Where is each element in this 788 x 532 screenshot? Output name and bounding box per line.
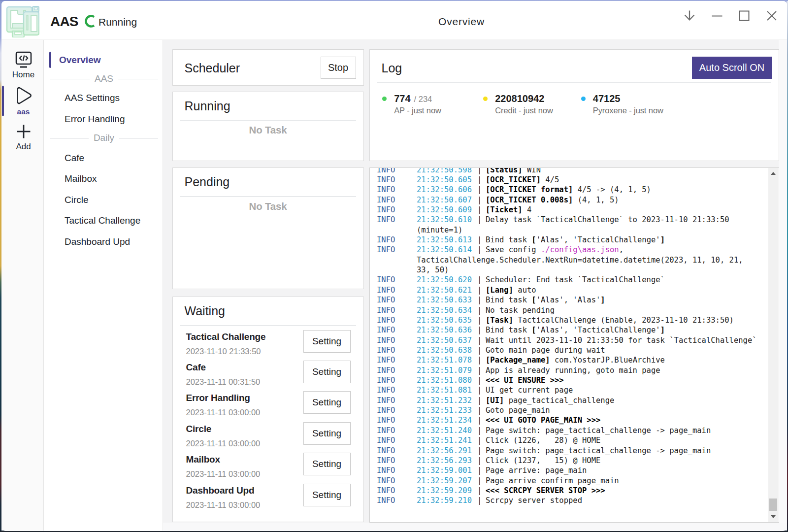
log-line: INFO21:32:50.609|[Ticket] 4 xyxy=(377,205,768,215)
running-spinner-icon xyxy=(85,15,98,28)
log-line: INFO21:32:56.293|Click (1237, 15) @ HOME xyxy=(377,456,768,466)
setting-button[interactable]: Setting xyxy=(303,422,351,445)
setting-button[interactable]: Setting xyxy=(303,453,351,475)
log-line: INFO21:32:56.291|Page switch: page_tacti… xyxy=(377,446,768,456)
log-card: Log Auto Scroll ON 774/ 234AP - just now… xyxy=(369,49,779,161)
waiting-item: Circle2023-11-11 03:00:00Setting xyxy=(173,424,363,454)
log-line: INFO21:32:59.207|Page arrive confirm pag… xyxy=(377,476,768,486)
log-panel[interactable]: INFO21:32:50.598|[Status] WININFO21:32:5… xyxy=(369,167,779,523)
log-line: INFO21:32:59.001|Page arrive: page_main xyxy=(377,466,768,475)
nav-item-circle[interactable]: Circle xyxy=(65,195,89,205)
log-line: INFO21:32:50.638|Goto main page during w… xyxy=(377,345,768,355)
pending-card: Pending No Task xyxy=(172,167,364,289)
stat-caption: Credit - just now xyxy=(495,106,553,115)
nav-active-indicator xyxy=(49,52,51,68)
sidebar-item-label: aas xyxy=(2,107,45,116)
code-monitor-icon xyxy=(15,51,33,69)
log-line: TacticalChallenge.Scheduler.NextRun=date… xyxy=(377,255,768,265)
sidebar-item-home[interactable]: Home xyxy=(2,51,45,80)
setting-button[interactable]: Setting xyxy=(303,484,351,506)
nav-item-error-handling[interactable]: Error Handling xyxy=(65,114,125,125)
waiting-task-time: 2023-11-11 00:31:50 xyxy=(186,377,261,387)
pending-card-title: Pending xyxy=(185,175,230,189)
log-line: INFO21:32:50.607|[OCR_TICKET 0.008s] (4,… xyxy=(377,195,768,205)
waiting-item: Dashboard Upd2023-11-11 03:00:00Setting xyxy=(173,485,363,516)
log-line: 33, 50) xyxy=(377,265,768,275)
log-line: INFO21:32:50.605|[OCR_TICKET] 4/5 xyxy=(377,175,768,185)
nav-section-divider: AAS xyxy=(50,74,158,84)
waiting-card: Waiting Tactical Challenge2023-11-10 21:… xyxy=(172,297,364,522)
waiting-task-time: 2023-11-10 21:33:50 xyxy=(186,347,261,356)
page-title: Overview xyxy=(412,16,511,28)
app-logo-icon xyxy=(4,3,39,37)
close-button[interactable] xyxy=(762,6,782,26)
sidebar-item-label: Home xyxy=(2,70,45,80)
nav-item-mailbox[interactable]: Mailbox xyxy=(65,173,97,184)
waiting-item: Error Handling2023-11-11 03:00:00Setting xyxy=(173,393,363,423)
stat-caption: Pyroxene - just now xyxy=(593,106,663,115)
log-line: INFO21:32:59.209|<<< SCRCPY SERVER STOP … xyxy=(377,486,768,496)
maximize-button[interactable] xyxy=(734,6,754,26)
setting-button[interactable]: Setting xyxy=(303,361,351,383)
nav-item-cafe[interactable]: Cafe xyxy=(65,153,84,164)
waiting-task-time: 2023-11-11 03:00:00 xyxy=(186,408,261,417)
nav-item-aas-settings[interactable]: AAS Settings xyxy=(65,93,120,103)
log-scrollbar[interactable] xyxy=(768,168,778,522)
running-card-title: Running xyxy=(185,99,230,113)
stat-dot-icon xyxy=(483,97,488,101)
sidebar-item-aas[interactable]: aas xyxy=(2,86,45,116)
scheduler-card-title: Scheduler xyxy=(185,61,240,75)
minimize-button[interactable] xyxy=(707,6,727,26)
log-line: INFO21:32:50.620|Scheduler: End task `Ta… xyxy=(377,275,768,285)
stat-dot-icon xyxy=(581,97,586,101)
download-update-button[interactable] xyxy=(680,6,699,26)
nav-section-label: AAS xyxy=(95,73,113,84)
log-line: INFO21:32:51.080|<<< UI ENSURE >>> xyxy=(377,375,768,385)
waiting-task-name: Error Handling xyxy=(186,393,250,403)
divider xyxy=(180,120,356,121)
stat-value: 220810942 xyxy=(495,93,544,104)
stat-value: 47125 xyxy=(593,93,621,104)
waiting-task-name: Cafe xyxy=(186,362,206,373)
scrollbar-up-icon[interactable] xyxy=(768,168,778,176)
setting-button[interactable]: Setting xyxy=(303,391,351,414)
nav-item-dashboard-upd[interactable]: Dashboard Upd xyxy=(65,236,130,247)
stop-button[interactable]: Stop xyxy=(321,57,356,79)
waiting-task-name: Dashboard Upd xyxy=(186,485,255,496)
sidebar-item-label: Add xyxy=(2,142,45,152)
log-line: INFO21:32:51.240|Page switch: page_tacti… xyxy=(377,426,768,435)
sidebar-item-add[interactable]: Add xyxy=(2,124,45,152)
log-line: INFO21:32:50.634|No task pending xyxy=(377,305,768,315)
waiting-task-name: Mailbox xyxy=(186,454,220,465)
setting-button[interactable]: Setting xyxy=(303,330,351,353)
log-line: INFO21:32:51.079|App is already running,… xyxy=(377,366,768,375)
task-nav: OverviewAASAAS SettingsError HandlingDai… xyxy=(44,40,163,531)
log-line: INFO21:32:51.078|[Package_name] com.Yost… xyxy=(377,355,768,365)
scrollbar-thumb[interactable] xyxy=(769,499,777,511)
title-bar: AAS Running Overview xyxy=(1,1,787,39)
log-line: INFO21:32:50.633|Bind task ['Alas', 'Ala… xyxy=(377,295,768,305)
content-bottom-margin xyxy=(163,523,787,531)
log-card-title: Log xyxy=(382,61,402,75)
stat-value: 774 xyxy=(394,93,410,104)
nav-item-tactical-challenge[interactable]: Tactical Challenge xyxy=(65,215,140,226)
auto-scroll-button[interactable]: Auto Scroll ON xyxy=(692,57,772,79)
scrollbar-down-icon[interactable] xyxy=(768,514,778,522)
nav-section-divider: Daily xyxy=(50,133,158,143)
waiting-task-time: 2023-11-11 03:00:00 xyxy=(186,469,261,479)
log-line: INFO21:32:50.610|Delay task `TacticalCha… xyxy=(377,215,768,225)
divider xyxy=(180,196,356,197)
running-card: Running No Task xyxy=(172,92,364,161)
log-line: INFO21:32:50.636|Bind task ['Alas', 'Tac… xyxy=(377,325,768,335)
log-line: INFO21:32:50.621|[Lang] auto xyxy=(377,285,768,295)
play-icon xyxy=(16,86,33,105)
stat-caption: AP - just now xyxy=(394,106,441,115)
log-line: INFO21:32:51.081|UI get current page xyxy=(377,385,768,395)
nav-item-overview[interactable]: Overview xyxy=(59,55,101,66)
divider xyxy=(180,325,356,326)
log-lines: INFO21:32:50.598|[Status] WININFO21:32:5… xyxy=(377,167,768,506)
log-line: INFO21:32:51.234|<<< UI GOTO PAGE_MAIN >… xyxy=(377,415,768,425)
divider xyxy=(377,82,771,83)
nav-section-label: Daily xyxy=(94,133,114,143)
plus-icon xyxy=(16,124,31,139)
